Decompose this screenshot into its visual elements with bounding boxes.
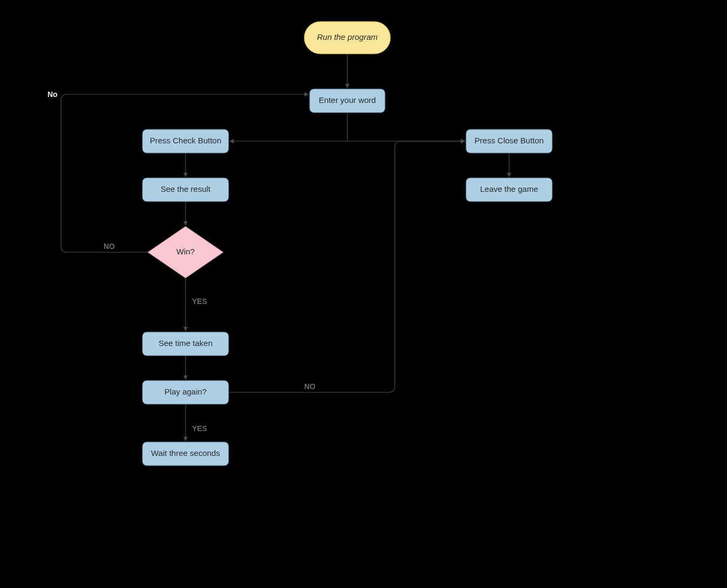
node-wait-three-label: Wait three seconds bbox=[151, 448, 220, 458]
node-press-close-label: Press Close Button bbox=[475, 136, 544, 145]
node-see-result: See the result bbox=[142, 178, 229, 202]
node-leave-game: Leave the game bbox=[466, 178, 552, 202]
node-win-decision: Win? bbox=[148, 226, 223, 278]
edge-again-yes-label: YES bbox=[192, 424, 207, 433]
edge-enter-no-label: No bbox=[47, 90, 58, 99]
edge-again-no bbox=[229, 141, 465, 392]
node-press-check-label: Press Check Button bbox=[150, 136, 222, 145]
node-press-check: Press Check Button bbox=[142, 129, 229, 153]
node-win-decision-label: Win? bbox=[176, 247, 195, 256]
node-press-close: Press Close Button bbox=[466, 129, 552, 153]
node-run-program-label: Run the program bbox=[317, 32, 378, 41]
node-play-again-label: Play again? bbox=[164, 387, 207, 396]
edge-win-yes-label: YES bbox=[192, 297, 207, 306]
node-see-time: See time taken bbox=[142, 332, 229, 356]
edge-win-no-label: NO bbox=[104, 242, 115, 251]
node-see-time-label: See time taken bbox=[159, 338, 212, 348]
node-play-again: Play again? bbox=[142, 381, 229, 404]
node-enter-word: Enter your word bbox=[310, 89, 385, 113]
node-run-program: Run the program bbox=[304, 22, 390, 54]
node-wait-three: Wait three seconds bbox=[142, 442, 229, 466]
node-leave-game-label: Leave the game bbox=[480, 184, 538, 193]
node-enter-word-label: Enter your word bbox=[319, 95, 376, 105]
edge-again-no-label: NO bbox=[304, 382, 316, 391]
node-see-result-label: See the result bbox=[161, 184, 211, 193]
